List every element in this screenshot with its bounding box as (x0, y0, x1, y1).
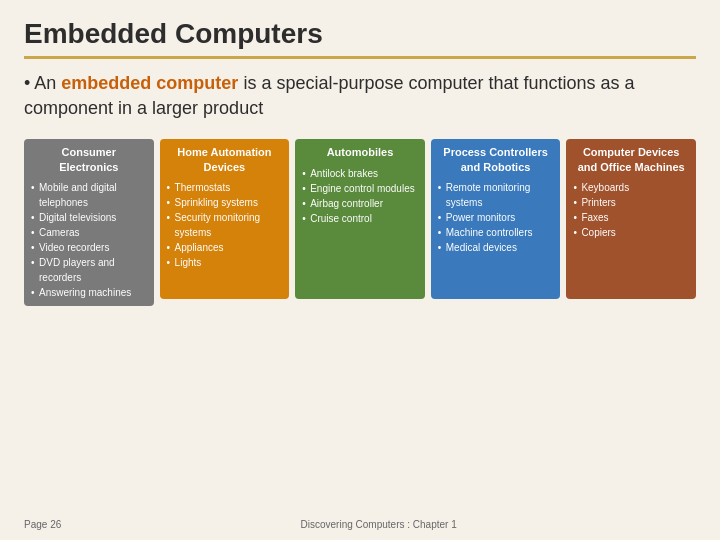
cards-row: Consumer ElectronicsMobile and digital t… (24, 139, 696, 306)
page-number: Page 26 (24, 519, 61, 530)
slide-subtitle: • An embedded computer is a special-purp… (24, 71, 696, 121)
list-item: Digital televisions (31, 210, 147, 225)
subtitle-text-before: An (34, 73, 61, 93)
list-item: Answering machines (31, 285, 147, 300)
card-automobiles: AutomobilesAntilock brakesEngine control… (295, 139, 425, 299)
list-item: Security monitoring systems (167, 210, 283, 240)
list-item: Appliances (167, 240, 283, 255)
card-body-process-controllers: Remote monitoring systemsPower monitorsM… (438, 180, 554, 255)
card-computer-devices: Computer Devices and Office MachinesKeyb… (566, 139, 696, 299)
list-item: Faxes (573, 210, 689, 225)
card-home-automation: Home Automation DevicesThermostatsSprink… (160, 139, 290, 299)
list-item: Machine controllers (438, 225, 554, 240)
card-header-automobiles: Automobiles (302, 145, 418, 159)
card-header-computer-devices: Computer Devices and Office Machines (573, 145, 689, 174)
list-item: Thermostats (167, 180, 283, 195)
list-item: Mobile and digital telephones (31, 180, 147, 210)
list-item: Sprinkling systems (167, 195, 283, 210)
slide: Embedded Computers • An embedded compute… (0, 0, 720, 540)
list-item: Copiers (573, 225, 689, 240)
list-item: Remote monitoring systems (438, 180, 554, 210)
subtitle-bullet: • (24, 73, 34, 93)
list-item: Power monitors (438, 210, 554, 225)
card-body-automobiles: Antilock brakesEngine control modulesAir… (302, 166, 418, 226)
card-body-computer-devices: KeyboardsPrintersFaxesCopiers (573, 180, 689, 240)
footer: Page 26 Discovering Computers : Chapter … (24, 519, 696, 530)
list-item: Medical devices (438, 240, 554, 255)
list-item: Cameras (31, 225, 147, 240)
list-item: Printers (573, 195, 689, 210)
list-item: Keyboards (573, 180, 689, 195)
list-item: Video recorders (31, 240, 147, 255)
card-body-home-automation: ThermostatsSprinkling systemsSecurity mo… (167, 180, 283, 270)
card-header-consumer-electronics: Consumer Electronics (31, 145, 147, 174)
card-body-consumer-electronics: Mobile and digital telephonesDigital tel… (31, 180, 147, 300)
card-consumer-electronics: Consumer ElectronicsMobile and digital t… (24, 139, 154, 306)
card-header-home-automation: Home Automation Devices (167, 145, 283, 174)
list-item: Cruise control (302, 211, 418, 226)
card-header-process-controllers: Process Controllers and Robotics (438, 145, 554, 174)
list-item: Lights (167, 255, 283, 270)
list-item: Engine control modules (302, 181, 418, 196)
subtitle-highlight: embedded computer (61, 73, 238, 93)
slide-title: Embedded Computers (24, 18, 696, 59)
footer-center: Discovering Computers : Chapter 1 (61, 519, 696, 530)
list-item: DVD players and recorders (31, 255, 147, 285)
card-process-controllers: Process Controllers and RoboticsRemote m… (431, 139, 561, 299)
list-item: Antilock brakes (302, 166, 418, 181)
list-item: Airbag controller (302, 196, 418, 211)
